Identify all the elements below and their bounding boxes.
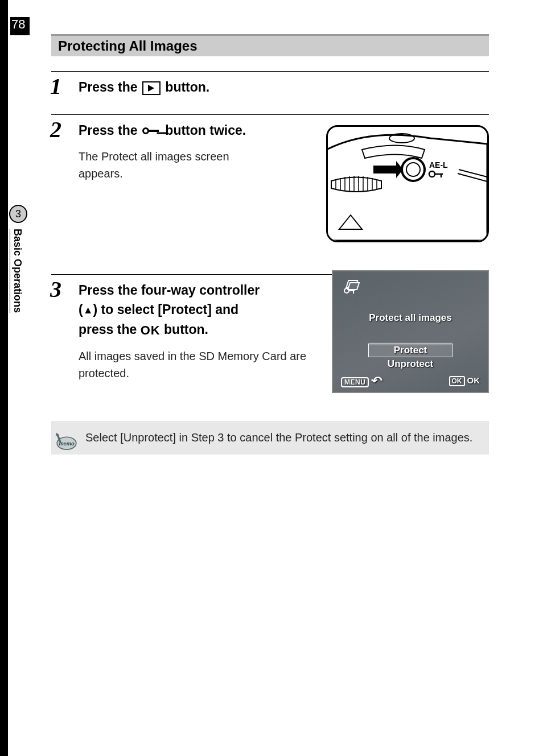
step-1: 1 Press the button. bbox=[51, 71, 489, 97]
text: ) to select [Protect] and bbox=[93, 302, 239, 317]
ael-label: AE-L bbox=[429, 160, 448, 170]
ok-box-label: OK bbox=[449, 376, 465, 386]
section-heading-bar: Protecting All Images bbox=[51, 34, 489, 56]
protect-all-icon bbox=[343, 279, 363, 298]
step-2-body: The Protect all images screen appears. bbox=[79, 148, 261, 182]
lcd-ok-indicator: OKOK bbox=[449, 375, 480, 386]
text: button twice. bbox=[165, 123, 246, 138]
step-number: 3 bbox=[50, 276, 61, 303]
step-number: 1 bbox=[50, 73, 61, 100]
lcd-option-unprotect: Unprotect bbox=[333, 358, 488, 370]
menu-label: MENU bbox=[341, 377, 369, 387]
page-number: 78 bbox=[10, 17, 30, 35]
memo-box: memo Select [Unprotect] in Step 3 to can… bbox=[51, 421, 489, 455]
lcd-screen-illustration: Protect all images Protect Unprotect MEN… bbox=[332, 270, 489, 393]
page-edge-stripe bbox=[0, 0, 8, 756]
protect-key-icon bbox=[142, 126, 161, 136]
chapter-side-tab: 3 Basic Operations bbox=[10, 205, 28, 330]
chapter-number-badge: 3 bbox=[9, 205, 27, 223]
back-arrow-icon bbox=[371, 377, 382, 386]
section-heading: Protecting All Images bbox=[51, 38, 198, 54]
text: button. bbox=[161, 322, 208, 337]
step-3-body: All images saved in the SD Memory Card a… bbox=[79, 348, 318, 382]
ok-label: OK bbox=[467, 375, 480, 385]
lcd-option-protect: Protect bbox=[368, 344, 453, 357]
text: Press the four-way controller bbox=[79, 283, 260, 298]
camera-illustration: AE-L bbox=[326, 125, 489, 242]
text: ( bbox=[79, 302, 83, 317]
step-3-heading: Press the four-way controller (▲) to sel… bbox=[79, 280, 318, 340]
ok-button-icon: OK bbox=[141, 321, 161, 340]
memo-icon: memo bbox=[55, 429, 79, 453]
svg-point-20 bbox=[344, 288, 349, 293]
text: button. bbox=[165, 80, 209, 94]
text: Press the bbox=[79, 80, 141, 94]
lcd-menu-indicator: MENU bbox=[341, 374, 382, 387]
lcd-title: Protect all images bbox=[333, 312, 488, 324]
text: press the bbox=[79, 322, 141, 337]
svg-point-11 bbox=[402, 158, 425, 181]
svg-text:memo: memo bbox=[59, 441, 75, 447]
chapter-title: Basic Operations bbox=[11, 229, 23, 313]
text: Press the bbox=[79, 123, 141, 138]
step-1-heading: Press the button. bbox=[79, 77, 489, 97]
memo-text: Select [Unprotect] in Step 3 to cancel t… bbox=[85, 431, 472, 444]
up-arrow-icon: ▲ bbox=[83, 303, 93, 318]
svg-rect-19 bbox=[348, 283, 359, 290]
step-number: 2 bbox=[50, 116, 61, 143]
playback-icon bbox=[142, 81, 161, 95]
